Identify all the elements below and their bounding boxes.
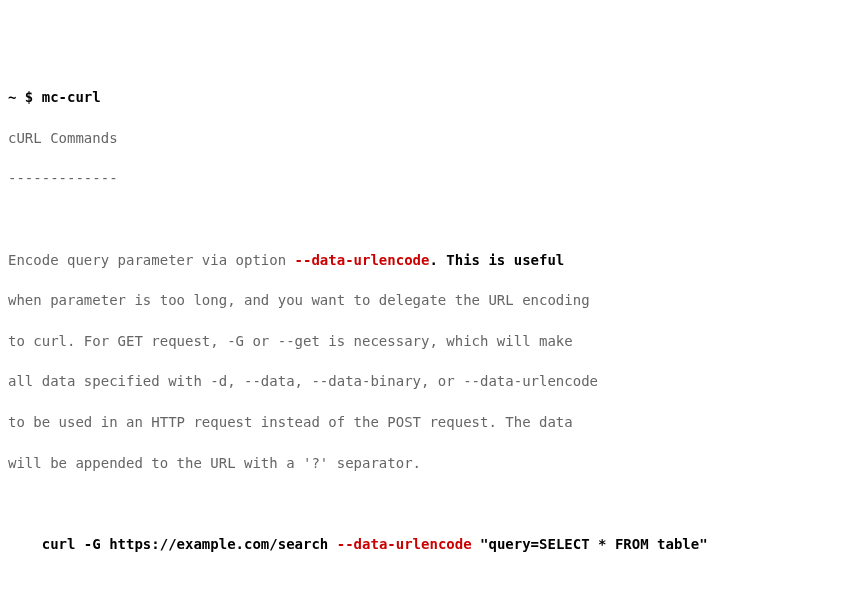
para1-line2: when parameter is too long, and you want… (8, 290, 834, 310)
command: mc-curl (42, 89, 101, 105)
prompt-line-1: ~ $ mc-curl (8, 87, 834, 107)
para1-line5: to be used in an HTTP request instead of… (8, 412, 834, 432)
para1-line3: to curl. For GET request, -G or --get is… (8, 331, 834, 351)
blank-line (8, 574, 834, 594)
shell-prompt: ~ $ (8, 89, 42, 105)
para1-line4: all data specified with -d, --data, --da… (8, 371, 834, 391)
example1: curl -G https://example.com/search --dat… (8, 534, 834, 554)
output-title: cURL Commands (8, 128, 834, 148)
option-data-urlencode: --data-urlencode (295, 252, 430, 268)
code: curl -G https://example.com/search (8, 536, 337, 552)
option-data-urlencode: --data-urlencode (337, 536, 472, 552)
code: "query=SELECT * FROM table" (472, 536, 708, 552)
blank-line (8, 493, 834, 513)
para1-line6: will be appended to the URL with a '?' s… (8, 453, 834, 473)
text: Encode query parameter via option (8, 252, 295, 268)
blank-line (8, 209, 834, 229)
output-rule: ------------- (8, 168, 834, 188)
text: . This is useful (429, 252, 564, 268)
para1-line1: Encode query parameter via option --data… (8, 250, 834, 270)
